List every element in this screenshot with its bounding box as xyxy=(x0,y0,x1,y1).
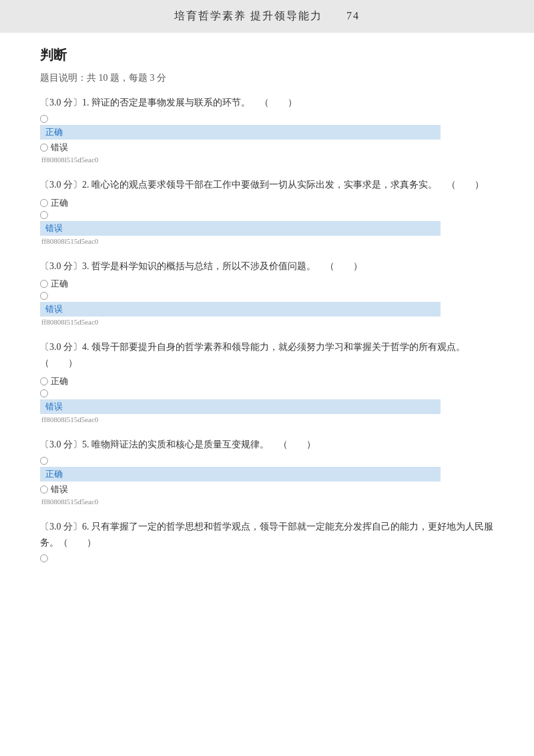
q5-answer-zhengque-row: 正确 xyxy=(40,467,494,482)
q1-correct-label: 正确 xyxy=(40,125,441,140)
q5-radio-zhengque[interactable] xyxy=(40,457,48,465)
q5-radio-cuowu[interactable] xyxy=(40,486,48,494)
q4-zhengque-label: 正确 xyxy=(51,375,68,387)
q3-radio-zhengque[interactable] xyxy=(40,280,48,288)
header-title: 培育哲学素养 提升领导能力 xyxy=(174,10,322,21)
q1-radio-zhengque[interactable] xyxy=(40,115,48,123)
q4-option-zhengque: 正确 xyxy=(40,375,494,387)
q5-option-zhengque xyxy=(40,457,494,465)
q2-radio-zhengque[interactable] xyxy=(40,199,48,207)
q1-answer-id: ff80808l515d5eac0 xyxy=(41,156,494,164)
q5-correct-label: 正确 xyxy=(40,467,441,482)
q1-option-zhengque xyxy=(40,115,494,123)
question-4-text: 〔3.0 分〕4. 领导干部要提升自身的哲学素养和领导能力，就必须努力学习和掌握… xyxy=(40,339,494,371)
q2-zhengque-label: 正确 xyxy=(51,197,68,209)
page-number: 74 xyxy=(346,10,360,21)
q5-cuowu-label: 错误 xyxy=(51,484,68,496)
q3-answer-id: ff80808l515d5eac0 xyxy=(41,318,494,326)
q2-answer-cuowu-row: 错误 xyxy=(40,221,494,236)
q3-zhengque-label: 正确 xyxy=(51,278,68,290)
section-title: 判断 xyxy=(40,46,494,64)
question-4: 〔3.0 分〕4. 领导干部要提升自身的哲学素养和领导能力，就必须努力学习和掌握… xyxy=(40,339,494,430)
q3-answer-cuowu-row: 错误 xyxy=(40,302,494,317)
q2-option-cuowu xyxy=(40,211,494,219)
q6-option-zhengque xyxy=(40,554,494,562)
q4-answer-id: ff80808l515d5eac0 xyxy=(41,415,494,423)
question-5-text: 〔3.0 分〕5. 唯物辩证法的实质和核心是质量互变规律。 （ ） xyxy=(40,437,494,453)
q6-radio-zhengque[interactable] xyxy=(40,554,48,562)
question-6: 〔3.0 分〕6. 只有掌握了一定的哲学思想和哲学观点，领导干部就一定能充分发挥… xyxy=(40,519,494,563)
question-6-text: 〔3.0 分〕6. 只有掌握了一定的哲学思想和哲学观点，领导干部就一定能充分发挥… xyxy=(40,519,494,551)
page-header: 培育哲学素养 提升领导能力 74 xyxy=(0,0,534,33)
q5-answer-id: ff80808l515d5eac0 xyxy=(41,498,494,506)
q1-option-cuowu: 错误 xyxy=(40,142,494,154)
q4-radio-cuowu[interactable] xyxy=(40,389,48,397)
q3-option-zhengque: 正确 xyxy=(40,278,494,290)
q4-correct-label: 错误 xyxy=(40,399,441,414)
q4-answer-cuowu-row: 错误 xyxy=(40,399,494,414)
question-3-text: 〔3.0 分〕3. 哲学是科学知识的概括与总结，所以不涉及价值问题。 （ ） xyxy=(40,258,494,274)
instructions: 题目说明：共 10 题，每题 3 分 xyxy=(40,72,494,84)
q1-radio-cuowu[interactable] xyxy=(40,144,48,152)
question-3: 〔3.0 分〕3. 哲学是科学知识的概括与总结，所以不涉及价值问题。 （ ） 正… xyxy=(40,258,494,333)
q2-option-zhengque: 正确 xyxy=(40,197,494,209)
q1-cuowu-label: 错误 xyxy=(51,142,68,154)
q3-radio-cuowu[interactable] xyxy=(40,292,48,300)
q5-option-cuowu: 错误 xyxy=(40,484,494,496)
question-2-text: 〔3.0 分〕2. 唯心论的观点要求领导干部在工作中要做到一切从实际出发，实事求… xyxy=(40,177,494,193)
question-5: 〔3.0 分〕5. 唯物辩证法的实质和核心是质量互变规律。 （ ） 正确 错误 … xyxy=(40,437,494,512)
q3-correct-label: 错误 xyxy=(40,302,441,317)
question-1: 〔3.0 分〕1. 辩证的否定是事物发展与联系的环节。 （ ） 正确 错误 ff… xyxy=(40,95,494,170)
question-2: 〔3.0 分〕2. 唯心论的观点要求领导干部在工作中要做到一切从实际出发，实事求… xyxy=(40,177,494,252)
q3-option-cuowu xyxy=(40,292,494,300)
q4-radio-zhengque[interactable] xyxy=(40,377,48,385)
q2-correct-label: 错误 xyxy=(40,221,441,236)
main-content: 判断 题目说明：共 10 题，每题 3 分 〔3.0 分〕1. 辩证的否定是事物… xyxy=(0,33,534,582)
q1-answer-zhengque-row: 正确 xyxy=(40,125,494,140)
q2-answer-id: ff80808l515d5eac0 xyxy=(41,237,494,245)
question-1-text: 〔3.0 分〕1. 辩证的否定是事物发展与联系的环节。 （ ） xyxy=(40,95,494,111)
q2-radio-cuowu[interactable] xyxy=(40,211,48,219)
q4-option-cuowu xyxy=(40,389,494,397)
